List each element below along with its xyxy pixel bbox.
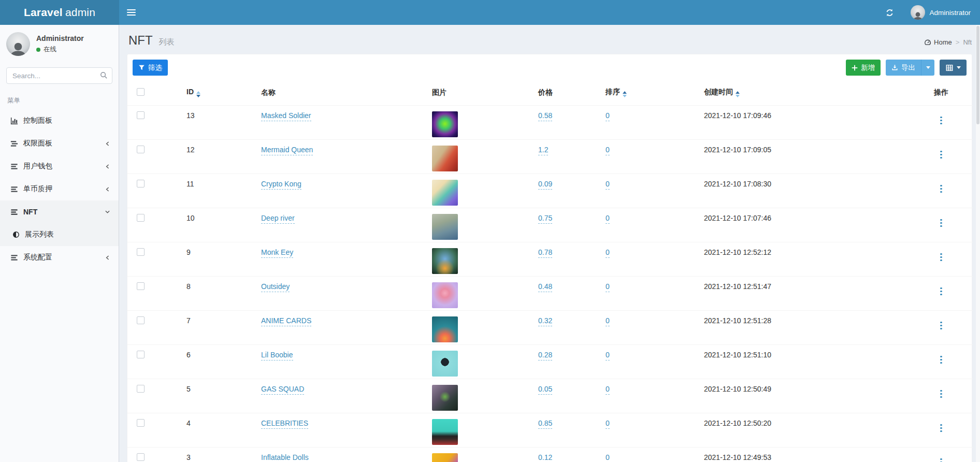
row-sort-link[interactable]: 0 (606, 385, 610, 395)
row-name-link[interactable]: Outsidey (261, 282, 290, 292)
user-menu[interactable]: Administrator (909, 0, 973, 25)
nft-thumbnail[interactable] (432, 453, 458, 462)
table-grid-icon (946, 64, 953, 71)
row-checkbox[interactable] (137, 214, 145, 222)
column-header-created: 创建时间 (704, 88, 733, 96)
nft-thumbnail[interactable] (432, 111, 458, 137)
row-created-at: 2021-12-10 12:50:49 (704, 385, 771, 393)
export-dropdown-caret[interactable] (921, 60, 934, 76)
actions-menu-icon[interactable] (937, 423, 945, 434)
row-name-link[interactable]: GAS SQUAD (261, 385, 304, 395)
sort-id-control[interactable] (196, 91, 200, 97)
row-price-link[interactable]: 0.58 (538, 111, 552, 121)
row-name-link[interactable]: Lil Boobie (261, 351, 293, 360)
sidebar-item-system-config[interactable]: 系统配置 (0, 246, 119, 269)
sidebar-item-permissions[interactable]: 权限面板 (0, 132, 119, 155)
export-button[interactable]: 导出 (886, 60, 921, 76)
nft-thumbnail[interactable] (432, 146, 458, 171)
row-price-link[interactable]: 0.78 (538, 248, 552, 258)
add-button-label: 新增 (861, 63, 875, 73)
row-price-link[interactable]: 1.2 (538, 146, 548, 155)
nft-thumbnail[interactable] (432, 282, 458, 308)
column-header-price: 价格 (538, 88, 553, 96)
column-selector-button[interactable] (940, 60, 967, 76)
menu-lines-icon (10, 140, 19, 148)
row-checkbox[interactable] (137, 385, 145, 393)
row-name-link[interactable]: ANIME CARDS (261, 316, 311, 326)
row-created-at: 2021-12-10 17:09:46 (704, 111, 771, 120)
row-sort-link[interactable]: 0 (606, 214, 610, 224)
nft-thumbnail[interactable] (432, 419, 458, 445)
search-icon (100, 71, 108, 81)
row-name-link[interactable]: Crypto Kong (261, 180, 301, 190)
actions-menu-icon[interactable] (937, 183, 945, 195)
row-price-link[interactable]: 0.32 (538, 316, 552, 326)
row-name-link[interactable]: Mermaid Queen (261, 146, 313, 155)
sidebar-item-display-list[interactable]: 展示列表 (0, 223, 119, 246)
sort-down-icon (736, 95, 740, 97)
nft-thumbnail[interactable] (432, 385, 458, 411)
refresh-icon[interactable] (881, 0, 898, 25)
actions-menu-icon[interactable] (937, 457, 945, 462)
sidebar-item-user-wallet[interactable]: 用户钱包 (0, 155, 119, 178)
row-name-link[interactable]: Deep river (261, 214, 295, 224)
row-checkbox[interactable] (137, 453, 145, 461)
row-price-link[interactable]: 0.85 (538, 419, 552, 429)
sort-created-control[interactable] (736, 91, 740, 97)
add-button[interactable]: 新增 (846, 60, 881, 76)
row-sort-link[interactable]: 0 (606, 316, 610, 326)
row-price-link[interactable]: 0.75 (538, 214, 552, 224)
row-sort-link[interactable]: 0 (606, 282, 610, 292)
row-price-link[interactable]: 0.48 (538, 282, 552, 292)
row-checkbox[interactable] (137, 282, 145, 290)
nft-thumbnail[interactable] (432, 351, 458, 377)
brand-logo[interactable]: Laravel admin (0, 0, 119, 25)
actions-menu-icon[interactable] (937, 149, 945, 161)
row-checkbox[interactable] (137, 146, 145, 153)
row-name-link[interactable]: Inflatable Dolls (261, 453, 309, 462)
row-price-link[interactable]: 0.05 (538, 385, 552, 395)
sidebar-item-nft[interactable]: NFT (0, 200, 119, 223)
row-checkbox[interactable] (137, 316, 145, 324)
row-sort-link[interactable]: 0 (606, 351, 610, 360)
sidebar-toggle-button[interactable] (119, 0, 143, 25)
nft-thumbnail[interactable] (432, 248, 458, 274)
row-checkbox[interactable] (137, 248, 145, 256)
search-input[interactable] (6, 67, 112, 84)
actions-menu-icon[interactable] (937, 252, 945, 263)
actions-menu-icon[interactable] (937, 115, 945, 126)
actions-menu-icon[interactable] (937, 286, 945, 297)
breadcrumb-home-link[interactable]: Home (924, 38, 952, 46)
select-all-checkbox[interactable] (137, 88, 145, 96)
actions-menu-icon[interactable] (937, 320, 945, 331)
row-sort-link[interactable]: 0 (606, 453, 610, 462)
row-checkbox[interactable] (137, 419, 145, 427)
actions-menu-icon[interactable] (937, 388, 945, 400)
sort-order-control[interactable] (623, 91, 627, 97)
row-sort-link[interactable]: 0 (606, 180, 610, 190)
nft-thumbnail[interactable] (432, 180, 458, 206)
row-price-link[interactable]: 0.12 (538, 453, 552, 462)
filter-button[interactable]: 筛选 (133, 60, 168, 76)
row-price-link[interactable]: 0.09 (538, 180, 552, 190)
scrollbar-thumb[interactable] (976, 26, 979, 124)
row-price-link[interactable]: 0.28 (538, 351, 552, 360)
row-name-link[interactable]: Masked Soldier (261, 111, 311, 121)
actions-menu-icon[interactable] (937, 218, 945, 229)
row-sort-link[interactable]: 0 (606, 248, 610, 258)
sidebar-item-single-staking[interactable]: 单币质押 (0, 178, 119, 200)
sidebar-item-dashboard[interactable]: 控制面板 (0, 109, 119, 132)
nft-thumbnail[interactable] (432, 214, 458, 240)
row-name-link[interactable]: CELEBRITIES (261, 419, 308, 429)
row-checkbox[interactable] (137, 111, 145, 119)
row-checkbox[interactable] (137, 180, 145, 187)
row-sort-link[interactable]: 0 (606, 111, 610, 121)
row-sort-link[interactable]: 0 (606, 146, 610, 155)
nft-thumbnail[interactable] (432, 316, 458, 342)
row-name-link[interactable]: Monk Eey (261, 248, 293, 258)
actions-menu-icon[interactable] (937, 354, 945, 366)
row-sort-link[interactable]: 0 (606, 419, 610, 429)
row-checkbox[interactable] (137, 351, 145, 358)
chevron-left-icon (105, 186, 110, 192)
table-row: 7 ANIME CARDS 0.32 0 2021-12-10 12:51:28 (127, 311, 973, 345)
